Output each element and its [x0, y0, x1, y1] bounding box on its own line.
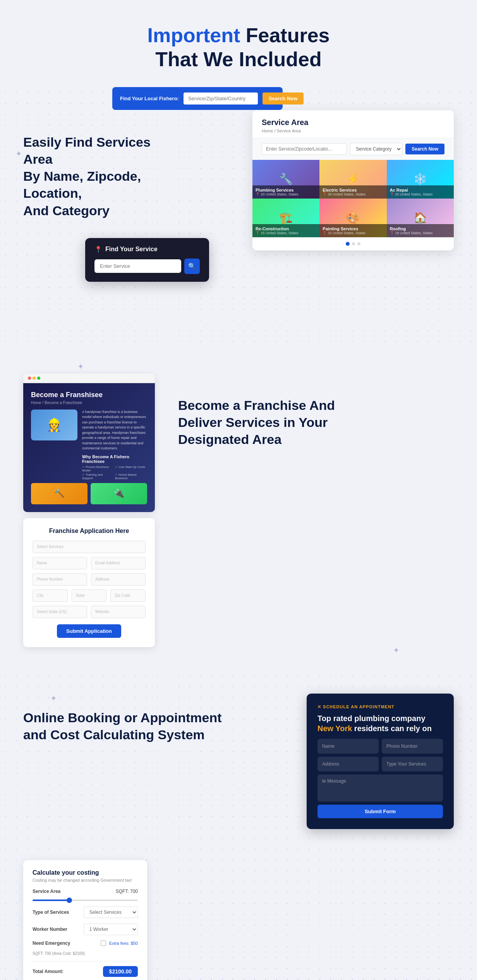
sparkle-decoration-4: ✦: [393, 646, 400, 655]
franchise-text-block: A handyman franchise is a business model…: [82, 409, 147, 480]
section1-text: Easily Find Services Area By Name, Zipco…: [23, 103, 170, 219]
cost-calculator: Calculate your costing Costing may be ch…: [23, 860, 147, 980]
header-title-accent: Importent: [148, 24, 240, 46]
total-amount-label: Total Amount:: [33, 969, 63, 974]
franchise-img-1: 🔨: [31, 483, 88, 504]
calc-worker-row: Worker Number 1 Worker: [33, 923, 138, 935]
sparkle-decoration-1: ✦: [15, 149, 22, 158]
appt-name-field[interactable]: Name: [317, 739, 379, 754]
find-service-widget: 📍 Find Your Service 🔍: [85, 238, 209, 282]
form-field-website[interactable]: Website: [91, 606, 146, 618]
sqft-area-note: SQFT: 700 (Area Cost: $2100): [33, 951, 138, 956]
service-area-search-row: Service Category Search Now: [252, 138, 454, 160]
franchise-mockup: Become a Franshisee Home / Become a Fran…: [23, 373, 155, 647]
service-area-breadcrumb: Home / Service Area: [262, 128, 444, 133]
feature-section-1: ✦ ✦ Easily Find Services Area By Name, Z…: [0, 87, 477, 350]
type-of-services-select[interactable]: Select Services: [84, 906, 138, 918]
appt-submit-button[interactable]: Submit Form: [317, 805, 443, 818]
form-field-city[interactable]: City: [33, 589, 68, 602]
browser-bar: [23, 373, 155, 383]
appt-address-field[interactable]: Address: [317, 757, 379, 771]
appt-phone-field[interactable]: Phone Number: [382, 739, 443, 754]
appt-heading: Top rated plumbing company New York resi…: [317, 713, 443, 733]
appt-tag: ✕ SCHEDULE AN APPOINTMENT: [317, 704, 443, 709]
service-electric[interactable]: ⚡ Electric Services 📍 30 United States, …: [319, 160, 386, 199]
main-header: Importent Features That We Included: [0, 0, 477, 87]
feature-section-2: ✦ ✦ Become a Franshisee Home / Become a …: [0, 350, 477, 670]
calc-service-area-row: Service Area SQFT: 700: [33, 889, 138, 894]
calc-worker-label: Worker Number: [33, 927, 67, 932]
service-area-search-button[interactable]: Search Now: [405, 144, 444, 154]
section1-heading: Easily Find Services Area By Name, Zipco…: [23, 135, 151, 218]
calc-service-area-label: Service Area: [33, 889, 60, 894]
calc-sqft-value: SQFT: 700: [116, 889, 138, 894]
form-field-state[interactable]: State: [72, 589, 107, 602]
widget-search-button[interactable]: 🔍: [184, 259, 200, 274]
section2-text: Become a Franchise And Deliver Services …: [178, 373, 454, 448]
franchise-hero-title: Become a Franshisee: [31, 391, 147, 399]
total-amount-value: $2100.00: [103, 966, 138, 977]
form-field-name[interactable]: Name: [33, 557, 87, 569]
calc-type-services-row: Type of Services Select Services: [33, 906, 138, 918]
calc-subtitle: Costing may be changed according Governm…: [33, 878, 138, 882]
calc-emergency-label: Need Emergency: [33, 941, 70, 946]
appointment-card: ✕ SCHEDULE AN APPOINTMENT Top rated plum…: [307, 694, 454, 829]
header-title-line2: That We Included: [155, 48, 322, 70]
emergency-fee-text: Extra fees: $50: [109, 941, 138, 946]
franchise-application-form: Franchise Application Here Select Servic…: [23, 518, 155, 647]
total-amount-row: Total Amount: $2100.00: [33, 961, 138, 977]
search-now-button[interactable]: Search Now: [263, 93, 304, 105]
service-plumbing[interactable]: 🔧 Plumbing Services 📍 20 United States, …: [252, 160, 319, 199]
franchise-hero: Become a Franshisee Home / Become a Fran…: [23, 383, 155, 512]
feature-section-3: ✦ ✦ Online Booking or Appointment and Co…: [0, 670, 477, 980]
form-field-state-us[interactable]: Select State (US): [33, 606, 87, 618]
appt-message-field[interactable]: te Message: [317, 774, 443, 802]
service-area-title: Service Area: [262, 118, 444, 127]
widget-search: 🔍: [94, 259, 200, 274]
form-field-address[interactable]: Address: [91, 573, 146, 586]
emergency-checkbox[interactable]: [101, 941, 106, 946]
franchise-img-2: 🔌: [91, 483, 147, 504]
franchise-browser: Become a Franshisee Home / Become a Fran…: [23, 373, 155, 512]
calc-emergency-row: Need Emergency Extra fees: $50: [33, 941, 138, 946]
service-area-search-input[interactable]: [262, 143, 347, 155]
service-ac[interactable]: ❄️ Ac Repai 📍 25 United States, States: [387, 160, 454, 199]
widget-search-input[interactable]: [94, 259, 181, 273]
section3-text: Online Booking or Appointment and Cost C…: [23, 694, 291, 841]
header-title-rest: Features: [240, 24, 329, 46]
franchise-breadcrumb: Home / Become a Franchisee: [31, 401, 147, 405]
widget-title-text: Find Your Service: [105, 246, 158, 253]
form-field-zip[interactable]: Zip Code: [110, 589, 146, 602]
service-area-slider[interactable]: [33, 899, 138, 901]
calc-type-label: Type of Services: [33, 910, 69, 915]
form-field-services[interactable]: Select Services: [33, 541, 146, 553]
search-bar-input[interactable]: [184, 93, 258, 105]
appointment-form: Name Phone Number Address Type Your Serv…: [317, 739, 443, 818]
appt-services-field[interactable]: Type Your Services: [382, 757, 443, 771]
sparkle-decoration-3: ✦: [77, 362, 84, 371]
search-bar-mockup: Find Your Local Fixhero: Search Now: [112, 87, 283, 110]
service-roofing[interactable]: 🏠 Roofing 📍 18 United States, States: [387, 199, 454, 237]
form-field-phone[interactable]: Phone Number: [33, 573, 87, 586]
franchise-hero-img: 👷: [31, 409, 77, 440]
form-field-email[interactable]: Email Address: [91, 557, 146, 569]
service-construction[interactable]: 🏗️ Re-Construction 📍 15 United States, S…: [252, 199, 319, 237]
service-painting[interactable]: 🎨 Painting Services 📍 22 United States, …: [319, 199, 386, 237]
calc-title: Calculate your costing: [33, 869, 138, 876]
submit-application-button[interactable]: Submit Application: [57, 624, 121, 638]
search-bar-label: Find Your Local Fixhero:: [120, 96, 179, 101]
service-grid: 🔧 Plumbing Services 📍 20 United States, …: [252, 160, 454, 237]
worker-number-select[interactable]: 1 Worker: [84, 923, 138, 935]
app-form-title: Franchise Application Here: [33, 528, 146, 535]
service-area-card: Service Area Home / Service Area Service…: [252, 110, 454, 250]
pin-icon: 📍: [94, 246, 102, 253]
service-category-select[interactable]: Service Category: [350, 143, 402, 155]
